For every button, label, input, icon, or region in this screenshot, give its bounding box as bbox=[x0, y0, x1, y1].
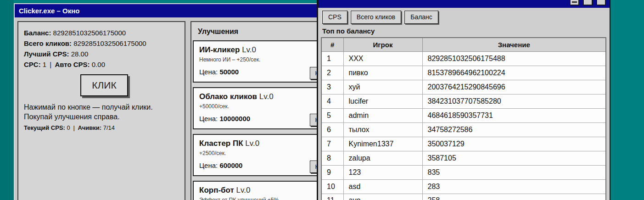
upgrade-price-line: Цена: 10000000 bbox=[199, 115, 324, 122]
best-cps-value: 28.00 bbox=[71, 50, 89, 58]
upgrade-price-label: Цена: bbox=[199, 68, 218, 76]
cpc-label: CPC: bbox=[24, 61, 41, 68]
status-separator: | bbox=[73, 124, 74, 131]
tab-button[interactable]: CPS bbox=[322, 11, 347, 24]
auto-cps-label: Авто CPS: bbox=[55, 61, 90, 68]
value-cell: 283 bbox=[422, 179, 606, 194]
upgrade-name: Облако кликов bbox=[199, 92, 257, 101]
table-header-cell: # bbox=[321, 38, 343, 51]
best-cps-label: Лучший CPS: bbox=[24, 50, 69, 58]
rank-cell: 3 bbox=[321, 80, 343, 94]
leaderboard-titlebar[interactable] bbox=[318, 0, 610, 8]
table-header-cell: Значение bbox=[422, 38, 606, 51]
rank-cell: 1 bbox=[321, 51, 343, 66]
upgrade-card: Кластер ПК Lv.0 +2500/сек. Цена: 600000 … bbox=[193, 134, 330, 176]
tab-button[interactable]: Баланс bbox=[404, 11, 438, 24]
leaderboard-section-title: Топ по балансу bbox=[322, 27, 610, 35]
player-cell: пивко bbox=[343, 66, 422, 80]
player-cell: Kynimen1337 bbox=[343, 137, 422, 151]
cpc-auto-cps-stat: CPC: 1 | Авто CPS: 0.00 bbox=[24, 59, 179, 70]
table-row: 5admin4684618590357731 bbox=[321, 108, 606, 122]
total-clicks-label: Всего кликов: bbox=[24, 39, 72, 47]
current-cps-value: 0 bbox=[67, 124, 70, 131]
upgrade-price-line: Цена: 50000 bbox=[199, 68, 324, 76]
rank-cell: 5 bbox=[321, 108, 343, 122]
upgrade-name: ИИ-кликер bbox=[199, 45, 240, 54]
instruction-line-1: Нажимай по кнопке — получай клики. bbox=[24, 102, 179, 112]
tab-button[interactable]: Всего кликов bbox=[351, 11, 401, 24]
value-cell: 3587105 bbox=[422, 151, 606, 165]
rank-cell: 7 bbox=[321, 137, 343, 151]
upgrade-title: Облако кликов Lv.0 bbox=[199, 92, 324, 101]
rank-cell: 8 bbox=[321, 151, 343, 165]
table-row: 4lucifer384231037707585280 bbox=[321, 94, 606, 108]
value-cell: 8292851032506175488 bbox=[422, 51, 606, 66]
upgrade-name: Кластер ПК bbox=[199, 139, 243, 148]
value-cell: 8153789664962100224 bbox=[422, 66, 606, 80]
best-cps-stat: Лучший CPS: 28.00 bbox=[24, 49, 179, 59]
player-cell: asd bbox=[343, 179, 422, 194]
rank-cell: 9 bbox=[321, 165, 343, 179]
cpc-value: 1 bbox=[43, 61, 46, 68]
upgrade-description: +50000/сек. bbox=[199, 103, 324, 110]
upgrade-card: ИИ-кликер Lv.0 Немного ИИ – +250/сек. Це… bbox=[193, 40, 330, 83]
value-cell: 835 bbox=[422, 165, 606, 179]
value-cell: 4684618590357731 bbox=[422, 108, 606, 122]
total-clicks-value: 8292851032506175000 bbox=[73, 39, 146, 47]
upgrade-price-value: 10000000 bbox=[219, 115, 250, 122]
value-cell: 34758272586 bbox=[422, 122, 606, 137]
player-cell: zalupa bbox=[343, 151, 422, 165]
balance-stat: Баланс: 8292851032506175000 bbox=[24, 28, 179, 38]
upgrade-description: Эффект от ПК-улучшений +5% bbox=[199, 197, 324, 200]
upgrade-card: Корп-бот Lv.0 Эффект от ПК-улучшений +5%… bbox=[193, 181, 330, 200]
value-cell: 384231037707585280 bbox=[422, 94, 606, 108]
rank-cell: 10 bbox=[321, 179, 343, 194]
upgrade-price-line: Цена: 600000 bbox=[199, 161, 324, 169]
rank-cell: 2 bbox=[321, 66, 343, 80]
table-row: 9123835 bbox=[321, 165, 606, 179]
upgrade-name: Корп-бот bbox=[199, 186, 234, 194]
rank-cell: 4 bbox=[321, 94, 343, 108]
balance-value: 8292851032506175000 bbox=[53, 29, 126, 37]
table-row: 6тылох34758272586 bbox=[321, 122, 606, 137]
table-row: 7Kynimen1337350037129 bbox=[321, 137, 606, 151]
upgrade-price-label: Цена: bbox=[199, 161, 218, 169]
upgrade-title: Корп-бот Lv.0 bbox=[199, 186, 324, 195]
current-cps-label: Текущий CPS: bbox=[24, 124, 65, 131]
player-cell: lucifer bbox=[343, 94, 422, 108]
minimize-button[interactable] bbox=[570, 0, 579, 6]
upgrade-level: Lv.0 bbox=[236, 186, 251, 194]
table-header-row: #ИгрокЗначение bbox=[321, 38, 606, 51]
click-button[interactable]: КЛИК bbox=[80, 74, 128, 96]
rank-cell: 6 bbox=[321, 122, 343, 137]
upgrade-description: +2500/сек. bbox=[199, 150, 324, 156]
player-cell: 123 bbox=[343, 165, 422, 179]
upgrade-price-value: 600000 bbox=[219, 161, 242, 169]
table-header-cell: Игрок bbox=[343, 38, 422, 51]
stat-separator: | bbox=[50, 61, 51, 68]
table-row: 2пивко8153789664962100224 bbox=[321, 66, 606, 80]
upgrade-card: Облако кликов Lv.0 +50000/сек. Цена: 100… bbox=[193, 87, 330, 129]
player-cell: ayo bbox=[343, 194, 422, 200]
total-clicks-stat: Всего кликов: 8292851032506175000 bbox=[24, 38, 179, 49]
achievements-value: 7/14 bbox=[103, 124, 115, 131]
desktop-shade bbox=[0, 0, 14, 200]
auto-cps-value: 0.00 bbox=[92, 61, 105, 68]
upgrade-price-label: Цена: bbox=[199, 115, 218, 122]
player-cell: хуй bbox=[343, 80, 422, 94]
status-line: Текущий CPS: 0 | Ачивки: 7/14 bbox=[24, 124, 179, 131]
leaderboard-table: #ИгрокЗначение 1XXX82928510325061754882п… bbox=[321, 37, 606, 200]
table-row: 1XXX8292851032506175488 bbox=[321, 51, 606, 66]
player-cell: тылох bbox=[343, 122, 422, 137]
upgrade-title: Кластер ПК Lv.0 bbox=[199, 139, 324, 148]
upgrade-price-value: 50000 bbox=[219, 68, 239, 76]
clicker-window-title: Clicker.exe – Окно bbox=[19, 7, 79, 15]
value-cell: 350037129 bbox=[422, 137, 606, 151]
achievements-label: Ачивки: bbox=[78, 124, 101, 131]
close-button[interactable] bbox=[596, 0, 606, 6]
balance-label: Баланс: bbox=[24, 29, 51, 37]
upgrade-title: ИИ-кликер Lv.0 bbox=[199, 45, 324, 55]
table-row: 11ayo258 bbox=[321, 194, 606, 200]
maximize-button[interactable] bbox=[583, 0, 593, 6]
upgrade-level: Lv.0 bbox=[259, 92, 274, 101]
